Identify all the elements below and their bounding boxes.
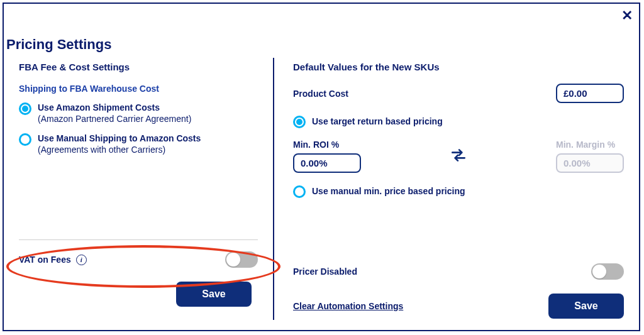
left-save-row: Save xyxy=(19,282,258,307)
left-pane: FBA Fee & Cost Settings Shipping to FBA … xyxy=(19,62,273,319)
panes: FBA Fee & Cost Settings Shipping to FBA … xyxy=(19,62,624,319)
info-icon[interactable]: i xyxy=(76,255,87,265)
pricer-disabled-label: Pricer Disabled xyxy=(293,266,357,277)
shipping-option-amazon-label: Use Amazon Shipment Costs (Amazon Partne… xyxy=(38,102,191,124)
radio-icon xyxy=(293,185,306,198)
shipping-option-manual-label: Use Manual Shipping to Amazon Costs (Agr… xyxy=(38,133,201,155)
min-margin-label: Min. Margin % xyxy=(556,140,624,150)
pricing-option-target-label: Use target return based pricing xyxy=(312,116,443,128)
right-actions: Clear Automation Settings Save xyxy=(293,294,624,319)
defaults-section-title: Default Values for the New SKUs xyxy=(293,62,624,72)
pricing-option-target[interactable]: Use target return based pricing xyxy=(293,116,624,128)
min-roi-label: Min. ROI % xyxy=(293,140,361,150)
swap-icon[interactable] xyxy=(450,147,467,163)
right-bottom: Pricer Disabled Clear Automation Setting… xyxy=(293,252,624,319)
vat-on-fees-label: VAT on Fees i xyxy=(19,255,87,265)
dialog-title: Pricing Settings xyxy=(6,36,111,53)
clear-automation-link[interactable]: Clear Automation Settings xyxy=(293,301,403,311)
min-roi-input[interactable] xyxy=(293,153,361,173)
pricing-option-manual-label: Use manual min. price based pricing xyxy=(312,186,465,197)
pricer-disabled-toggle[interactable] xyxy=(591,263,624,280)
save-button-left[interactable]: Save xyxy=(176,282,252,307)
product-cost-input[interactable] xyxy=(556,84,624,103)
radio-icon xyxy=(19,133,31,146)
product-cost-label: Product Cost xyxy=(293,89,348,99)
min-margin-input xyxy=(556,153,624,173)
product-cost-row: Product Cost xyxy=(293,84,624,103)
min-roi-col: Min. ROI % xyxy=(293,140,361,173)
right-pane: Default Values for the New SKUs Product … xyxy=(274,62,624,319)
toggle-knob xyxy=(592,265,606,278)
roi-margin-row: Min. ROI % Min. Margin % xyxy=(293,140,624,173)
shipping-heading: Shipping to FBA Warehouse Cost xyxy=(19,84,258,94)
radio-icon xyxy=(293,116,306,128)
shipping-option-manual[interactable]: Use Manual Shipping to Amazon Costs (Agr… xyxy=(19,133,258,155)
pricing-settings-modal: ✕ Pricing Settings FBA Fee & Cost Settin… xyxy=(3,3,640,331)
toggle-knob xyxy=(226,253,240,266)
min-margin-col: Min. Margin % xyxy=(556,140,624,173)
option-line2: (Amazon Partnered Carrier Agreement) xyxy=(38,114,191,125)
vat-on-fees-toggle[interactable] xyxy=(225,251,258,268)
option-line1: Use Amazon Shipment Costs xyxy=(38,102,160,113)
close-icon[interactable]: ✕ xyxy=(621,8,633,24)
vat-on-fees-text: VAT on Fees xyxy=(19,255,71,265)
option-line2: (Agreements with other Carriers) xyxy=(38,145,201,156)
save-button-right[interactable]: Save xyxy=(548,294,624,319)
option-line1: Use Manual Shipping to Amazon Costs xyxy=(38,133,201,143)
fba-section-title: FBA Fee & Cost Settings xyxy=(19,62,258,72)
radio-icon xyxy=(19,102,31,115)
pricing-option-manual[interactable]: Use manual min. price based pricing xyxy=(293,185,624,198)
pricer-disabled-row: Pricer Disabled xyxy=(293,252,624,294)
shipping-option-amazon[interactable]: Use Amazon Shipment Costs (Amazon Partne… xyxy=(19,102,258,124)
vat-on-fees-row: VAT on Fees i xyxy=(19,240,258,282)
